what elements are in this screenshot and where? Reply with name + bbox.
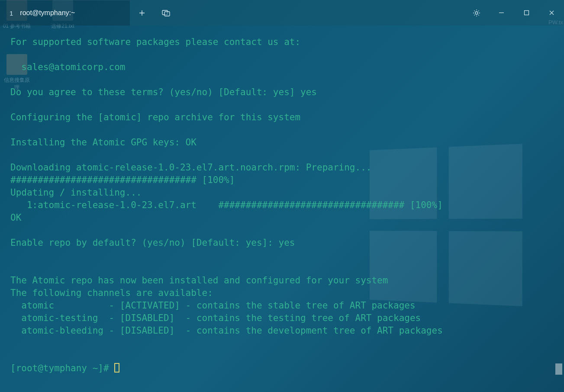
settings-button[interactable] [464, 9, 489, 17]
terminal-prompt: [root@tymphany ~]# [10, 363, 114, 373]
scrollbar-thumb[interactable] [555, 363, 562, 375]
plus-icon [139, 10, 145, 16]
terminal-output[interactable]: For supported software packages please c… [0, 26, 564, 375]
svg-rect-3 [524, 11, 529, 15]
tab-title: root@tymphany:~ [20, 9, 75, 17]
svg-rect-1 [164, 12, 170, 16]
svg-point-2 [475, 12, 478, 14]
tab-dropdown-button[interactable] [154, 0, 178, 26]
minimize-button[interactable] [489, 10, 514, 16]
gear-icon [472, 9, 481, 17]
split-pane-icon [162, 10, 171, 16]
tab-index: 1 [10, 10, 13, 17]
terminal-tab[interactable]: 1 root@tymphany:~ [0, 0, 130, 26]
tab-strip [130, 0, 564, 26]
maximize-icon [524, 10, 529, 16]
terminal-cursor [114, 363, 119, 373]
minimize-icon [499, 10, 504, 16]
terminal-text: For supported software packages please c… [10, 37, 459, 336]
close-icon [549, 10, 554, 16]
window-titlebar: 1 root@tymphany:~ [0, 0, 564, 26]
close-button[interactable] [539, 10, 564, 16]
maximize-button[interactable] [514, 10, 539, 16]
new-tab-button[interactable] [130, 0, 154, 26]
